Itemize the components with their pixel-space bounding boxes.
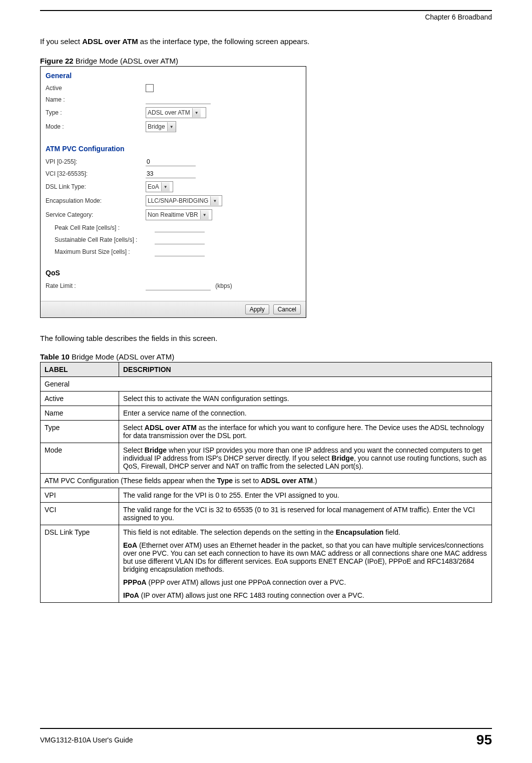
screenshot: General Active Name : Type : ADSL over A…: [40, 66, 306, 318]
chevron-down-icon: ▼: [192, 108, 201, 117]
button-bar: Apply Cancel: [41, 301, 306, 317]
cancel-button[interactable]: Cancel: [273, 304, 301, 314]
intro-bold: ADSL over ATM: [82, 37, 138, 46]
table-row: ATM PVC Configuration (These fields appe…: [41, 474, 492, 488]
figure-title: Bridge Mode (ADSL over ATM): [74, 57, 178, 65]
th-desc: DESCRIPTION: [119, 362, 492, 377]
vpi-label: VPI [0-255]:: [46, 158, 146, 165]
section-qos: QoS: [46, 269, 301, 277]
row-vpi-desc: The valid range for the VPI is 0 to 255.…: [119, 488, 492, 503]
th-label: LABEL: [41, 362, 119, 377]
row-vci-label: VCI: [41, 503, 119, 525]
mode-value: Bridge: [148, 123, 165, 130]
table-row: General: [41, 377, 492, 392]
row-active-desc: Select this to activate the WAN configur…: [119, 392, 492, 406]
encap-label: Encapsulation Mode:: [46, 197, 146, 204]
table-row: Name Enter a service name of the connect…: [41, 406, 492, 421]
chevron-down-icon: ▼: [161, 182, 170, 191]
chevron-down-icon: ▼: [200, 210, 209, 219]
table-row: VPI The valid range for the VPI is 0 to …: [41, 488, 492, 503]
pcr-label: Peak Cell Rate [cells/s] :: [46, 224, 155, 231]
vpi-input[interactable]: [146, 157, 196, 166]
encap-value: LLC/SNAP-BRIDGING: [148, 197, 208, 204]
svc-select[interactable]: Non Realtime VBR ▼: [146, 209, 212, 220]
table-row: DSL Link Type This field is not editable…: [41, 525, 492, 603]
rate-unit: (kbps): [215, 282, 232, 289]
table-label: Table 10: [40, 352, 70, 361]
scr-input[interactable]: [155, 235, 205, 244]
table-row: Active Select this to activate the WAN c…: [41, 392, 492, 406]
mode-label: Mode :: [46, 123, 146, 130]
section-atm: ATM PVC Configuration: [46, 145, 301, 153]
active-checkbox[interactable]: [146, 84, 154, 92]
rate-label: Rate Limit :: [46, 282, 146, 289]
vci-label: VCI [32-65535]:: [46, 170, 146, 177]
encap-select[interactable]: LLC/SNAP-BRIDGING ▼: [146, 195, 222, 206]
description-table: LABEL DESCRIPTION General Active Select …: [40, 362, 492, 603]
mode-select[interactable]: Bridge ▼: [146, 121, 176, 132]
chevron-down-icon: ▼: [210, 196, 219, 205]
row-type-label: Type: [41, 421, 119, 443]
svc-label: Service Category:: [46, 211, 146, 218]
type-value: ADSL over ATM: [148, 109, 190, 116]
table-caption: Table 10 Bridge Mode (ADSL over ATM): [40, 352, 492, 361]
header-chapter: Chapter 6 Broadband: [40, 10, 492, 21]
row-mode-desc: Select Bridge when your ISP provides you…: [119, 443, 492, 474]
vci-input[interactable]: [146, 169, 196, 178]
svc-value: Non Realtime VBR: [148, 211, 198, 218]
row-name-desc: Enter a service name of the connection.: [119, 406, 492, 421]
table-row: Mode Select Bridge when your ISP provide…: [41, 443, 492, 474]
intro-text: If you select ADSL over ATM as the inter…: [40, 36, 492, 47]
table-row: VCI The valid range for the VCI is 32 to…: [41, 503, 492, 525]
dsl-value: EoA: [148, 183, 159, 190]
name-input[interactable]: [146, 95, 211, 104]
table-title: Bridge Mode (ADSL over ATM): [70, 352, 174, 361]
row-type-desc: Select ADSL over ATM as the interface fo…: [119, 421, 492, 443]
section-general: General: [46, 72, 301, 80]
mbs-label: Maximum Burst Size [cells] :: [46, 248, 155, 255]
intro-pre: If you select: [40, 37, 82, 46]
mbs-input[interactable]: [155, 247, 205, 256]
mid-text: The following table describes the fields…: [40, 333, 492, 343]
footer-guide: VMG1312-B10A User's Guide: [40, 736, 133, 744]
intro-post: as the interface type, the following scr…: [138, 37, 310, 46]
row-active-label: Active: [41, 392, 119, 406]
chevron-down-icon: ▼: [167, 122, 176, 131]
row-atmhdr: ATM PVC Configuration (These fields appe…: [41, 474, 492, 488]
row-dsl-desc: This field is not editable. The selectio…: [119, 525, 492, 603]
row-vpi-label: VPI: [41, 488, 119, 503]
row-dsl-label: DSL Link Type: [41, 525, 119, 603]
row-vci-desc: The valid range for the VCI is 32 to 655…: [119, 503, 492, 525]
pcr-input[interactable]: [155, 223, 205, 232]
row-mode-label: Mode: [41, 443, 119, 474]
figure-caption: Figure 22 Bridge Mode (ADSL over ATM): [40, 57, 492, 65]
scr-label: Sustainable Cell Rate [cells/s] :: [46, 236, 155, 243]
active-label: Active: [46, 85, 146, 92]
type-select[interactable]: ADSL over ATM ▼: [146, 107, 206, 118]
figure-label: Figure 22: [40, 57, 74, 65]
name-label: Name :: [46, 96, 146, 103]
row-general: General: [41, 377, 492, 392]
table-row: Type Select ADSL over ATM as the interfa…: [41, 421, 492, 443]
rate-input[interactable]: [146, 281, 211, 290]
type-label: Type :: [46, 109, 146, 116]
apply-button[interactable]: Apply: [245, 304, 269, 314]
dsl-select[interactable]: EoA ▼: [146, 181, 173, 192]
page-number: 95: [476, 732, 492, 748]
row-name-label: Name: [41, 406, 119, 421]
dsl-label: DSL Link Type:: [46, 183, 146, 190]
